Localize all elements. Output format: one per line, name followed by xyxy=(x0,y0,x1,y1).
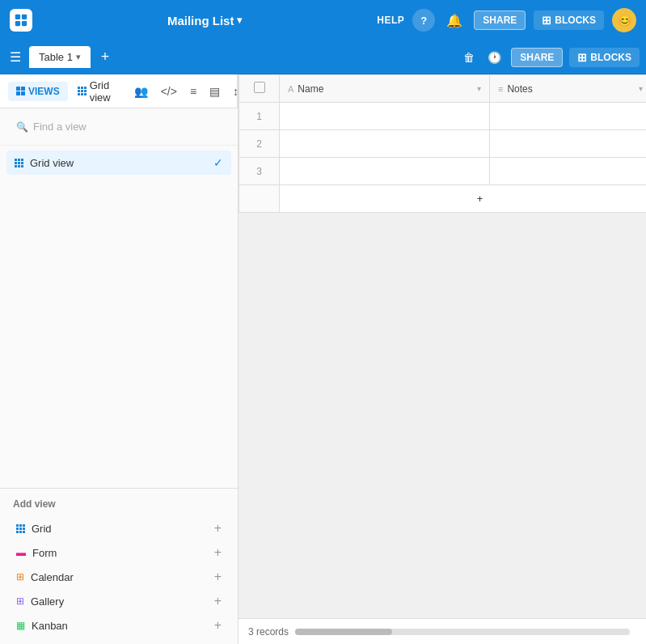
add-form-view-item[interactable]: ▬ Form + xyxy=(10,540,228,565)
add-table-button[interactable]: + xyxy=(95,48,115,67)
name-column-header[interactable]: A Name ▾ xyxy=(280,75,490,103)
notes-column-label: Notes xyxy=(507,83,635,95)
row-num-3: 3 xyxy=(239,158,280,185)
add-calendar-view-item[interactable]: ⊞ Calendar + xyxy=(10,565,228,589)
sidebar-search: 🔍 Find a view xyxy=(0,108,238,146)
add-gallery-label: Gallery xyxy=(31,595,208,608)
notifications-icon-btn[interactable]: 🔔 xyxy=(443,9,466,32)
name-column-chevron: ▾ xyxy=(477,84,481,93)
notes-field-icon: ≡ xyxy=(498,84,503,94)
share-button[interactable]: SHARE xyxy=(474,11,526,30)
find-view-input-wrap[interactable]: 🔍 Find a view xyxy=(10,117,228,137)
add-gallery-plus: + xyxy=(214,594,222,608)
active-view-checkmark: ✓ xyxy=(213,156,223,169)
help-label: HELP xyxy=(377,15,404,26)
add-row[interactable]: + xyxy=(239,185,647,213)
table-row: 3 xyxy=(239,158,647,185)
add-form-plus: + xyxy=(214,545,222,560)
top-nav-right: HELP ? 🔔 SHARE ⊞ BLOCKS 😊 xyxy=(377,8,636,32)
top-navigation: Mailing List ▾ HELP ? 🔔 SHARE ⊞ BLOCKS 😊 xyxy=(0,0,646,40)
add-kanban-label: Kanban xyxy=(32,620,208,632)
add-calendar-plus: + xyxy=(214,570,222,584)
grid-area: A Name ▾ ≡ Notes ▾ + xyxy=(239,74,646,644)
grid-table-wrap[interactable]: A Name ▾ ≡ Notes ▾ + xyxy=(239,74,646,618)
grid-view-item[interactable]: Grid view ✓ xyxy=(6,150,231,175)
add-kanban-view-item[interactable]: ▦ Kanban + xyxy=(10,613,228,638)
add-view-title: Add view xyxy=(10,498,228,510)
grid-view-tab[interactable]: Grid view xyxy=(70,75,119,108)
add-kanban-icon: ▦ xyxy=(16,620,25,631)
toolbar-blocks-button[interactable]: ⊞ BLOCKS xyxy=(569,48,640,67)
code-button[interactable]: </> xyxy=(155,81,183,102)
add-calendar-icon: ⊞ xyxy=(16,571,24,583)
svg-rect-2 xyxy=(15,21,20,26)
find-view-placeholder: Find a view xyxy=(33,121,87,133)
add-row-button[interactable]: + xyxy=(280,185,647,213)
select-all-checkbox[interactable] xyxy=(254,82,265,93)
share-label: SHARE xyxy=(483,15,517,26)
blocks-button[interactable]: ⊞ BLOCKS xyxy=(534,11,604,30)
row-2-notes[interactable] xyxy=(490,130,647,158)
views-label: VIEWS xyxy=(28,86,60,97)
svg-rect-3 xyxy=(22,21,27,26)
view-toolbar: VIEWS Grid view 👥 </> ≡ xyxy=(0,74,238,108)
trash-button[interactable]: 🗑 xyxy=(460,48,478,67)
search-icon: 🔍 xyxy=(16,121,28,133)
title-text: Mailing List xyxy=(167,14,234,28)
grid-table: A Name ▾ ≡ Notes ▾ + xyxy=(239,74,646,213)
add-grid-plus: + xyxy=(214,521,222,536)
svg-rect-1 xyxy=(22,15,27,19)
row-num-1: 1 xyxy=(239,103,280,130)
scrollbar-thumb[interactable] xyxy=(295,629,392,635)
toolbar-blocks-label: BLOCKS xyxy=(590,52,631,63)
table-name: Table 1 xyxy=(39,51,73,63)
app-title[interactable]: Mailing List ▾ xyxy=(40,14,369,28)
checkbox-header[interactable] xyxy=(239,75,280,103)
view-item-label: Grid view xyxy=(30,157,207,169)
row-1-name[interactable] xyxy=(280,103,490,130)
main-content: VIEWS Grid view 👥 </> ≡ xyxy=(0,74,646,644)
avatar[interactable]: 😊 xyxy=(612,8,636,32)
grid-view-icon xyxy=(78,87,87,95)
row-1-notes[interactable] xyxy=(490,103,647,130)
blocks-label: BLOCKS xyxy=(555,15,596,26)
add-row-num xyxy=(239,185,280,213)
views-grid-icon xyxy=(16,87,25,95)
toolbar-right-actions: 🗑 🕐 SHARE ⊞ BLOCKS xyxy=(460,48,640,67)
collaborators-button[interactable]: 👥 xyxy=(129,81,154,102)
horizontal-scrollbar[interactable] xyxy=(295,629,630,635)
row-num-2: 2 xyxy=(239,130,280,158)
records-count: 3 records xyxy=(248,626,289,638)
hamburger-button[interactable]: ☰ xyxy=(6,46,24,68)
row-3-notes[interactable] xyxy=(490,158,647,185)
add-grid-label: Grid xyxy=(32,523,208,535)
table-row: 2 xyxy=(239,130,647,158)
row-3-name[interactable] xyxy=(280,158,490,185)
table-toolbar: ☰ Table 1 ▾ + 🗑 🕐 SHARE ⊞ BLOCKS xyxy=(0,40,646,74)
toolbar-share-button[interactable]: SHARE xyxy=(511,48,563,67)
group-button[interactable]: ▤ xyxy=(204,81,226,102)
empty-grid-area xyxy=(239,213,646,536)
add-form-label: Form xyxy=(32,547,208,559)
toolbar-share-label: SHARE xyxy=(520,52,554,63)
views-button[interactable]: VIEWS xyxy=(8,82,68,101)
add-calendar-label: Calendar xyxy=(31,571,208,583)
view-list: Grid view ✓ xyxy=(0,146,238,488)
grid-view-label-text: Grid view xyxy=(90,79,111,104)
add-gallery-icon: ⊞ xyxy=(16,595,24,607)
text-field-icon: A xyxy=(288,84,293,94)
help-icon-btn[interactable]: ? xyxy=(412,9,435,32)
filter-button[interactable]: ≡ xyxy=(184,81,202,102)
app-logo[interactable] xyxy=(10,9,32,32)
history-button[interactable]: 🕐 xyxy=(484,48,505,67)
notes-column-chevron: ▾ xyxy=(639,84,643,93)
grid-view-item-icon xyxy=(15,159,23,167)
add-gallery-view-item[interactable]: ⊞ Gallery + xyxy=(10,589,228,613)
row-2-name[interactable] xyxy=(280,130,490,158)
bottom-bar: 3 records xyxy=(239,618,646,644)
add-grid-view-item[interactable]: Grid + xyxy=(10,516,228,540)
table-tab[interactable]: Table 1 ▾ xyxy=(29,46,91,68)
add-form-icon: ▬ xyxy=(16,547,26,558)
notes-column-header[interactable]: ≡ Notes ▾ xyxy=(490,75,647,103)
name-column-label: Name xyxy=(298,83,473,95)
